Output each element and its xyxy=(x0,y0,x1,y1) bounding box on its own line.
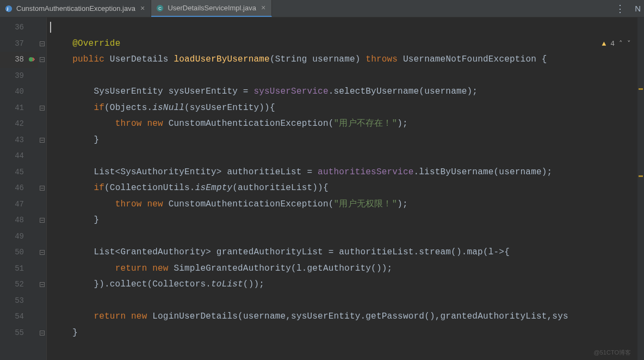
svg-point-0 xyxy=(5,5,12,11)
warning-icon: ▲ xyxy=(602,40,606,48)
gutter-line[interactable]: 53 xyxy=(0,293,38,309)
gutter-line[interactable]: 46 xyxy=(0,180,38,197)
stripe-warning[interactable] xyxy=(639,88,643,90)
gutter-line[interactable]: 55 xyxy=(0,325,38,341)
kebab-menu-icon[interactable]: ⋮ xyxy=(609,3,631,15)
fold-guide xyxy=(38,293,46,309)
gutter-line[interactable]: 50 xyxy=(0,245,38,261)
chevron-down-icon[interactable]: ˅ xyxy=(627,39,631,48)
gutter-line[interactable]: 42 xyxy=(0,116,38,132)
code-line[interactable]: List<SysAuthorityEntity> authoritieList … xyxy=(51,164,644,181)
fold-column[interactable] xyxy=(38,17,47,360)
fold-guide xyxy=(38,309,46,325)
fold-open-icon[interactable] xyxy=(38,180,46,197)
fold-guide xyxy=(38,20,46,36)
code-line[interactable]: throw new CunstomAuthenticationException… xyxy=(51,197,644,213)
chevron-up-icon[interactable]: ˄ xyxy=(619,39,623,48)
code-line[interactable] xyxy=(51,148,644,164)
svg-text:C: C xyxy=(159,5,162,10)
fold-close-icon[interactable] xyxy=(38,132,46,149)
gutter-line[interactable]: 43 xyxy=(0,132,38,149)
editor-area: 3637383940414243444546474849505152535455… xyxy=(0,17,644,360)
right-panel-letter[interactable]: N xyxy=(631,4,644,13)
stripe-warning[interactable] xyxy=(639,175,643,177)
code-area[interactable]: @Override public UserDetails loadUserByU… xyxy=(47,17,644,360)
fold-guide xyxy=(38,68,46,84)
fold-guide xyxy=(38,261,46,277)
gutter-line[interactable]: 49 xyxy=(0,229,38,245)
code-line[interactable]: @Override xyxy=(51,36,644,52)
tab-label: UserDetailsServiceImpl.java xyxy=(168,4,256,12)
gutter-line[interactable]: 39 xyxy=(0,68,38,84)
close-icon[interactable]: × xyxy=(139,4,146,13)
fold-close-icon[interactable] xyxy=(38,325,46,341)
close-icon[interactable]: × xyxy=(259,4,267,13)
gutter-line[interactable]: 38 xyxy=(0,52,38,68)
fold-guide xyxy=(38,116,46,132)
code-line[interactable]: } xyxy=(51,132,644,149)
fold-close-icon[interactable] xyxy=(38,277,46,293)
gutter-line[interactable]: 37 xyxy=(0,36,38,52)
gutter-line[interactable]: 48 xyxy=(0,212,38,229)
code-line[interactable] xyxy=(51,68,644,84)
code-line[interactable]: List<GrantedAuthority> grantedAuthorityL… xyxy=(51,245,644,261)
code-line[interactable]: if(Objects.isNull(sysUserEntity)){ xyxy=(51,100,644,117)
error-stripe[interactable] xyxy=(637,17,644,360)
code-line[interactable]: return new LoginUserDetails(username,sys… xyxy=(51,309,644,325)
gutter-line[interactable]: 40 xyxy=(0,84,38,100)
code-line[interactable]: throw new CunstomAuthenticationException… xyxy=(51,116,644,132)
svg-point-3 xyxy=(29,57,33,62)
fold-guide xyxy=(38,84,46,100)
watermark-text: @51CTO博客 xyxy=(594,349,631,357)
gutter-line[interactable]: 47 xyxy=(0,197,38,213)
file-class-icon: C xyxy=(156,4,164,13)
editor-tab-1[interactable]: C UserDetailsServiceImpl.java × xyxy=(151,0,272,17)
fold-open-icon[interactable] xyxy=(38,245,46,261)
editor-tabs-bar: CunstomAuthenticationException.java × C … xyxy=(0,0,644,17)
fold-open-icon[interactable] xyxy=(38,36,46,52)
gutter-line[interactable]: 51 xyxy=(0,261,38,277)
fold-guide xyxy=(38,164,46,181)
code-line[interactable]: return new SimpleGrantedAuthority(l.getA… xyxy=(51,261,644,277)
code-line[interactable]: }).collect(Collectors.toList()); xyxy=(51,277,644,293)
code-line[interactable]: } xyxy=(51,212,644,229)
code-line[interactable]: public UserDetails loadUserByUsername(St… xyxy=(51,52,644,68)
inspections-widget[interactable]: ▲ 4 ˄ ˅ xyxy=(598,38,634,49)
file-java-icon xyxy=(4,4,13,13)
warning-count: 4 xyxy=(610,40,615,48)
fold-guide xyxy=(38,229,46,245)
editor-tab-0[interactable]: CunstomAuthenticationException.java × xyxy=(0,0,151,17)
code-line[interactable] xyxy=(51,20,644,36)
gutter-line[interactable]: 36 xyxy=(0,20,38,36)
gutter[interactable]: 3637383940414243444546474849505152535455 xyxy=(0,17,38,360)
fold-guide xyxy=(38,197,46,213)
gutter-line[interactable]: 45 xyxy=(0,164,38,181)
code-line[interactable]: } xyxy=(51,325,644,341)
code-line[interactable] xyxy=(51,293,644,309)
gutter-line[interactable]: 44 xyxy=(0,148,38,164)
fold-open-icon[interactable] xyxy=(38,100,46,117)
override-gutter-icon[interactable] xyxy=(27,55,36,64)
tab-label: CunstomAuthenticationException.java xyxy=(16,4,135,13)
gutter-line[interactable]: 41 xyxy=(0,100,38,117)
gutter-line[interactable]: 52 xyxy=(0,277,38,293)
code-line[interactable]: if(CollectionUtils.isEmpty(authoritieLis… xyxy=(51,180,644,197)
fold-open-icon[interactable] xyxy=(38,52,46,68)
fold-close-icon[interactable] xyxy=(38,212,46,229)
code-line[interactable] xyxy=(51,229,644,245)
fold-guide xyxy=(38,148,46,164)
code-line[interactable]: SysUserEntity sysUserEntity = sysUserSer… xyxy=(51,84,644,100)
gutter-line[interactable]: 54 xyxy=(0,309,38,325)
